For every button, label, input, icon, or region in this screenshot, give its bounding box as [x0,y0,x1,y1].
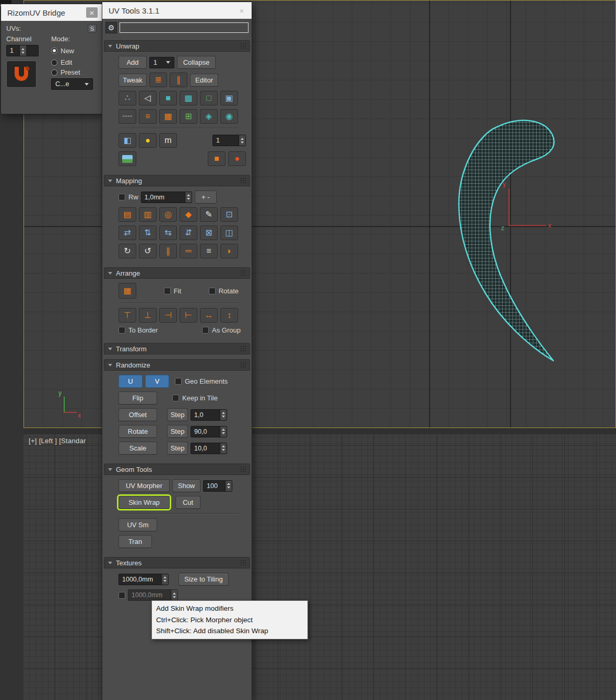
spinner-arrows-icon[interactable] [220,443,227,454]
wedge-icon-button[interactable]: ◗ [220,244,238,258]
orange-sphere-icon-button[interactable]: ● [228,151,246,166]
offset-step-button[interactable]: Step [167,408,188,421]
rollout-handle-icon[interactable] [240,270,246,276]
cylinder-map-icon-button[interactable]: ◎ [159,207,177,222]
show-amount-spinner[interactable]: 100 [203,480,232,492]
uv-smooth-button[interactable]: UV Sm [119,518,157,531]
orange-box-icon-button[interactable]: ■ [208,151,226,166]
polygon-icon-button[interactable]: ■ [159,91,177,105]
mode-radio-new[interactable]: New [51,47,97,55]
rollout-transform-header[interactable]: Transform [104,343,250,354]
texture-lock-checkbox[interactable] [119,592,125,599]
rotate-checkbox[interactable]: Rotate [209,287,239,295]
viewport-label[interactable]: [+] [Left ] [Standar [29,437,86,445]
pack-icon-button[interactable]: ▦ [119,283,136,299]
dashes-icon-button[interactable]: ╌╌ [119,109,136,124]
close-icon[interactable]: × [86,7,98,18]
align-split-icon-button[interactable]: ◫ [220,226,238,240]
fit-checkbox[interactable]: Fit [164,287,181,295]
to-border-checkbox[interactable]: To Border [119,326,158,334]
split-vertical-icon-button[interactable]: ∥ [159,244,177,258]
skin-wrap-button[interactable]: Skin Wrap [119,496,170,509]
align-swap-icon-button[interactable]: ⇄ [119,226,136,240]
geo-elements-checkbox[interactable]: Geo Elements [175,377,228,385]
rotate-ccw-icon-button[interactable]: ↺ [139,244,157,258]
rollout-handle-icon[interactable] [240,346,246,352]
unwrap-count-dropdown[interactable]: 1 [149,57,174,68]
inner-square-icon-button[interactable]: ▣ [220,91,238,105]
grid-arrows-icon-button[interactable]: ⊞ [180,109,197,124]
scale-step-button[interactable]: Step [167,442,188,455]
rotate-step-button[interactable]: Step [167,425,188,438]
checker-map-icon-button[interactable]: ◧ [119,133,136,148]
points-icon-button[interactable]: ∴ [119,91,136,105]
spinner-arrows-icon[interactable] [225,481,232,491]
rollout-unwrap-header[interactable]: Unwrap [104,40,250,52]
tweak-button[interactable]: Tweak [119,74,147,87]
align-updown-icon-button[interactable]: ⇵ [180,226,197,240]
rotate-cw-icon-button[interactable]: ↻ [119,244,136,258]
rizom-titlebar[interactable]: RizomUV Bridge × [1,4,102,21]
select-region-icon-button[interactable]: □ [200,91,218,105]
settings-s-button[interactable]: S [88,24,97,33]
rw-checkbox[interactable]: Rw [119,193,138,201]
uv-morpher-button[interactable]: UV Morpher [119,479,170,492]
spinner-arrows-icon[interactable] [185,192,192,203]
rollout-geom-tools-header[interactable]: Geom Tools [104,464,250,475]
spinner-arrows-icon[interactable] [161,574,168,585]
search-input[interactable] [120,22,248,33]
transfer-button[interactable]: Tran [119,535,152,548]
flip-button[interactable]: Flip [119,391,157,405]
uv-shell-mesh[interactable] [459,121,554,361]
editor-button[interactable]: Editor [190,74,218,87]
spinner-arrows-icon[interactable] [19,45,26,56]
element-cube-icon-button[interactable]: ▩ [180,91,197,105]
close-icon[interactable]: × [236,5,247,16]
checker-diamond-icon-button[interactable]: ◈ [200,109,218,124]
randomize-v-button[interactable]: V [145,375,169,388]
offset-button[interactable]: Offset [119,408,157,421]
randomize-u-button[interactable]: U [119,375,143,388]
offset-step-spinner[interactable]: 1,0 [191,409,227,421]
as-group-checkbox[interactable]: As Group [202,326,241,334]
align-swap-v-icon-button[interactable]: ⇅ [139,226,157,240]
rollout-handle-icon[interactable] [240,466,246,472]
checker-icon-button[interactable]: ▦ [159,109,177,124]
texture-size-spinner[interactable]: 1000,0mm [119,574,169,585]
rollout-handle-icon[interactable] [240,362,246,368]
center-h-icon-button[interactable]: ↔ [200,308,218,323]
collapse-button[interactable]: Collapse [177,56,216,69]
rollout-arrange-header[interactable]: Arrange [104,267,250,279]
scale-button[interactable]: Scale [119,442,157,455]
distribute-icon-button[interactable]: ≡ [200,244,218,258]
relax-icon-button[interactable]: ≣ [149,73,167,87]
mode-radio-preset[interactable]: Preset [51,68,97,76]
box-map-icon-button[interactable]: ▥ [139,207,157,222]
rollout-randomize-header[interactable]: Randomize [104,359,250,371]
gear-icon[interactable]: ⚙ [105,22,117,33]
align-bottom-icon-button[interactable]: ⊥ [139,308,157,323]
rollout-textures-header[interactable]: Textures [104,557,250,568]
rollout-mapping-header[interactable]: Mapping [104,175,250,186]
plus-minus-button[interactable]: + - [195,191,217,204]
show-button[interactable]: Show [172,479,200,492]
keep-in-tile-checkbox[interactable]: Keep in Tile [172,394,218,402]
material-m-icon-button[interactable]: m [159,133,177,148]
align-exchange-icon-button[interactable]: ⇆ [159,226,177,240]
image-icon-button[interactable] [119,151,136,166]
select-arrow-icon-button[interactable]: ◁ [139,91,157,105]
rotate-button[interactable]: Rotate [119,425,157,438]
fit-map-icon-button[interactable]: ⊡ [220,207,238,222]
rizom-logo-button[interactable] [6,61,37,88]
eyedropper-icon-button[interactable]: ✎ [200,207,218,222]
map-size-spinner[interactable]: 1,0mm [141,192,192,203]
stitch-icon-button[interactable]: ∥ [170,73,187,87]
split-horizontal-icon-button[interactable]: ═ [180,244,197,258]
rollout-handle-icon[interactable] [240,177,246,184]
spinner-arrows-icon[interactable] [220,410,227,420]
spinner-arrows-icon[interactable] [220,426,227,437]
align-left-icon-button[interactable]: ⊣ [159,308,177,323]
preset-dropdown[interactable]: C...e [51,78,93,90]
material-id-spinner[interactable]: 1 [212,135,246,146]
align-top-icon-button[interactable]: ⊤ [119,308,136,323]
